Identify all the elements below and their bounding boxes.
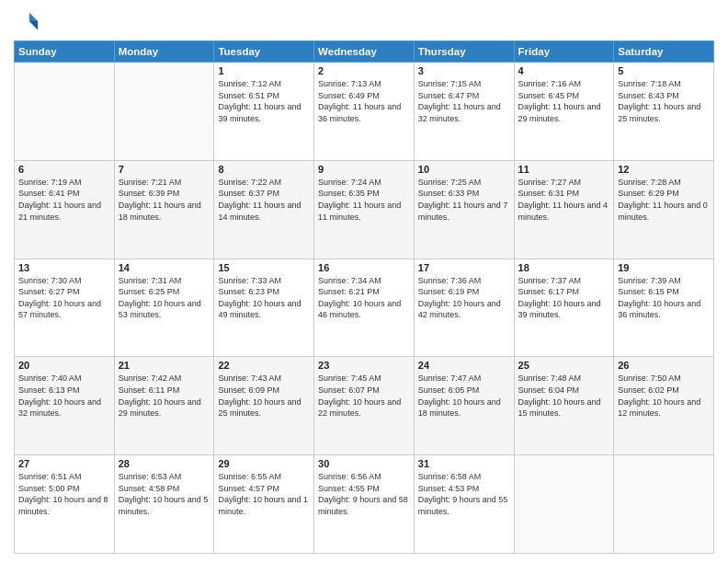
- day-number: 5: [618, 65, 710, 76]
- day-info: Sunrise: 7:34 AM Sunset: 6:21 PM Dayligh…: [318, 275, 410, 321]
- day-number: 2: [318, 65, 410, 76]
- day-info: Sunrise: 7:39 AM Sunset: 6:15 PM Dayligh…: [618, 275, 710, 321]
- day-number: 24: [418, 360, 510, 371]
- calendar-cell-w5-d6: [614, 455, 714, 554]
- day-info: Sunrise: 7:12 AM Sunset: 6:51 PM Dayligh…: [218, 78, 310, 124]
- day-info: Sunrise: 7:50 AM Sunset: 6:02 PM Dayligh…: [618, 373, 710, 419]
- calendar-cell-w2-d6: 12Sunrise: 7:28 AM Sunset: 6:29 PM Dayli…: [614, 160, 714, 259]
- day-info: Sunrise: 7:28 AM Sunset: 6:29 PM Dayligh…: [618, 177, 710, 223]
- weekday-header-wednesday: Wednesday: [314, 41, 415, 63]
- calendar-cell-w5-d3: 30Sunrise: 6:56 AM Sunset: 4:55 PM Dayli…: [314, 455, 415, 554]
- week-row-5: 27Sunrise: 6:51 AM Sunset: 5:00 PM Dayli…: [15, 455, 714, 554]
- day-info: Sunrise: 7:16 AM Sunset: 6:45 PM Dayligh…: [518, 78, 610, 124]
- day-info: Sunrise: 7:37 AM Sunset: 6:17 PM Dayligh…: [518, 275, 610, 321]
- day-info: Sunrise: 7:25 AM Sunset: 6:33 PM Dayligh…: [418, 177, 510, 223]
- calendar-cell-w4-d2: 22Sunrise: 7:43 AM Sunset: 6:09 PM Dayli…: [214, 357, 314, 455]
- day-info: Sunrise: 7:33 AM Sunset: 6:23 PM Dayligh…: [218, 275, 310, 321]
- day-number: 20: [18, 360, 110, 371]
- calendar-cell-w1-d5: 4Sunrise: 7:16 AM Sunset: 6:45 PM Daylig…: [514, 63, 614, 161]
- day-number: 14: [119, 262, 210, 273]
- calendar-cell-w4-d4: 24Sunrise: 7:47 AM Sunset: 6:05 PM Dayli…: [414, 357, 514, 455]
- calendar-cell-w3-d0: 13Sunrise: 7:30 AM Sunset: 6:27 PM Dayli…: [15, 259, 115, 357]
- day-number: 12: [618, 164, 710, 175]
- day-number: 15: [218, 262, 310, 273]
- day-number: 7: [119, 164, 210, 175]
- calendar-cell-w3-d4: 17Sunrise: 7:36 AM Sunset: 6:19 PM Dayli…: [414, 259, 514, 357]
- day-info: Sunrise: 7:13 AM Sunset: 6:49 PM Dayligh…: [318, 78, 410, 124]
- day-info: Sunrise: 7:27 AM Sunset: 6:31 PM Dayligh…: [518, 177, 610, 223]
- day-info: Sunrise: 7:42 AM Sunset: 6:11 PM Dayligh…: [119, 373, 210, 419]
- day-number: 10: [418, 164, 510, 175]
- week-row-1: 1Sunrise: 7:12 AM Sunset: 6:51 PM Daylig…: [15, 63, 714, 161]
- day-info: Sunrise: 7:19 AM Sunset: 6:41 PM Dayligh…: [18, 177, 110, 223]
- day-info: Sunrise: 6:56 AM Sunset: 4:55 PM Dayligh…: [318, 471, 410, 517]
- day-number: 6: [18, 164, 110, 175]
- day-number: 4: [518, 65, 610, 76]
- day-number: 27: [18, 458, 110, 469]
- calendar-cell-w5-d1: 28Sunrise: 6:53 AM Sunset: 4:58 PM Dayli…: [114, 455, 214, 554]
- day-info: Sunrise: 7:48 AM Sunset: 6:04 PM Dayligh…: [518, 373, 610, 419]
- day-info: Sunrise: 7:24 AM Sunset: 6:35 PM Dayligh…: [318, 177, 410, 223]
- calendar-cell-w3-d1: 14Sunrise: 7:31 AM Sunset: 6:25 PM Dayli…: [114, 259, 214, 357]
- day-info: Sunrise: 7:22 AM Sunset: 6:37 PM Dayligh…: [218, 177, 310, 223]
- day-info: Sunrise: 7:15 AM Sunset: 6:47 PM Dayligh…: [418, 78, 510, 124]
- calendar-cell-w3-d2: 15Sunrise: 7:33 AM Sunset: 6:23 PM Dayli…: [214, 259, 314, 357]
- weekday-header-tuesday: Tuesday: [214, 41, 314, 63]
- calendar-cell-w1-d2: 1Sunrise: 7:12 AM Sunset: 6:51 PM Daylig…: [214, 63, 314, 161]
- calendar-cell-w5-d2: 29Sunrise: 6:55 AM Sunset: 4:57 PM Dayli…: [214, 455, 314, 554]
- weekday-header-sunday: Sunday: [15, 41, 115, 63]
- day-number: 17: [418, 262, 510, 273]
- week-row-2: 6Sunrise: 7:19 AM Sunset: 6:41 PM Daylig…: [15, 160, 714, 259]
- calendar-cell-w2-d3: 9Sunrise: 7:24 AM Sunset: 6:35 PM Daylig…: [314, 160, 415, 259]
- day-info: Sunrise: 7:30 AM Sunset: 6:27 PM Dayligh…: [18, 275, 110, 321]
- day-number: 21: [119, 360, 210, 371]
- day-info: Sunrise: 6:55 AM Sunset: 4:57 PM Dayligh…: [218, 471, 310, 517]
- svg-marker-1: [29, 21, 38, 29]
- week-row-4: 20Sunrise: 7:40 AM Sunset: 6:13 PM Dayli…: [15, 357, 714, 455]
- header: [14, 9, 714, 35]
- day-info: Sunrise: 7:40 AM Sunset: 6:13 PM Dayligh…: [18, 373, 110, 419]
- calendar-cell-w1-d3: 2Sunrise: 7:13 AM Sunset: 6:49 PM Daylig…: [314, 63, 415, 161]
- calendar-cell-w3-d6: 19Sunrise: 7:39 AM Sunset: 6:15 PM Dayli…: [614, 259, 714, 357]
- day-number: 29: [218, 458, 310, 469]
- calendar-cell-w5-d0: 27Sunrise: 6:51 AM Sunset: 5:00 PM Dayli…: [15, 455, 115, 554]
- page: SundayMondayTuesdayWednesdayThursdayFrid…: [0, 0, 728, 563]
- calendar-cell-w4-d5: 25Sunrise: 7:48 AM Sunset: 6:04 PM Dayli…: [514, 357, 614, 455]
- day-number: 18: [518, 262, 610, 273]
- weekday-header-saturday: Saturday: [614, 41, 714, 63]
- day-info: Sunrise: 7:47 AM Sunset: 6:05 PM Dayligh…: [418, 373, 510, 419]
- weekday-header-row: SundayMondayTuesdayWednesdayThursdayFrid…: [15, 41, 714, 63]
- calendar-cell-w1-d4: 3Sunrise: 7:15 AM Sunset: 6:47 PM Daylig…: [414, 63, 514, 161]
- calendar-table: SundayMondayTuesdayWednesdayThursdayFrid…: [14, 40, 714, 554]
- week-row-3: 13Sunrise: 7:30 AM Sunset: 6:27 PM Dayli…: [15, 259, 714, 357]
- day-info: Sunrise: 7:43 AM Sunset: 6:09 PM Dayligh…: [218, 373, 310, 419]
- day-number: 1: [218, 65, 310, 76]
- day-info: Sunrise: 7:18 AM Sunset: 6:43 PM Dayligh…: [618, 78, 710, 124]
- day-number: 3: [418, 65, 510, 76]
- day-info: Sunrise: 7:45 AM Sunset: 6:07 PM Dayligh…: [318, 373, 410, 419]
- calendar-cell-w4-d6: 26Sunrise: 7:50 AM Sunset: 6:02 PM Dayli…: [614, 357, 714, 455]
- logo: [14, 9, 43, 35]
- calendar-cell-w1-d0: [15, 63, 115, 161]
- day-info: Sunrise: 6:58 AM Sunset: 4:53 PM Dayligh…: [418, 471, 510, 517]
- day-number: 25: [518, 360, 610, 371]
- calendar-cell-w4-d1: 21Sunrise: 7:42 AM Sunset: 6:11 PM Dayli…: [114, 357, 214, 455]
- day-info: Sunrise: 7:36 AM Sunset: 6:19 PM Dayligh…: [418, 275, 510, 321]
- calendar-cell-w1-d1: [114, 63, 214, 161]
- logo-icon: [14, 9, 40, 35]
- calendar-cell-w5-d5: [514, 455, 614, 554]
- day-number: 9: [318, 164, 410, 175]
- day-number: 28: [119, 458, 210, 469]
- calendar-cell-w4-d0: 20Sunrise: 7:40 AM Sunset: 6:13 PM Dayli…: [15, 357, 115, 455]
- calendar-cell-w3-d5: 18Sunrise: 7:37 AM Sunset: 6:17 PM Dayli…: [514, 259, 614, 357]
- day-info: Sunrise: 7:21 AM Sunset: 6:39 PM Dayligh…: [119, 177, 210, 223]
- calendar-cell-w3-d3: 16Sunrise: 7:34 AM Sunset: 6:21 PM Dayli…: [314, 259, 415, 357]
- svg-marker-0: [29, 13, 38, 21]
- day-number: 11: [518, 164, 610, 175]
- day-number: 23: [318, 360, 410, 371]
- calendar-cell-w2-d0: 6Sunrise: 7:19 AM Sunset: 6:41 PM Daylig…: [15, 160, 115, 259]
- day-number: 13: [18, 262, 110, 273]
- day-number: 31: [418, 458, 510, 469]
- calendar-cell-w2-d1: 7Sunrise: 7:21 AM Sunset: 6:39 PM Daylig…: [114, 160, 214, 259]
- weekday-header-monday: Monday: [114, 41, 214, 63]
